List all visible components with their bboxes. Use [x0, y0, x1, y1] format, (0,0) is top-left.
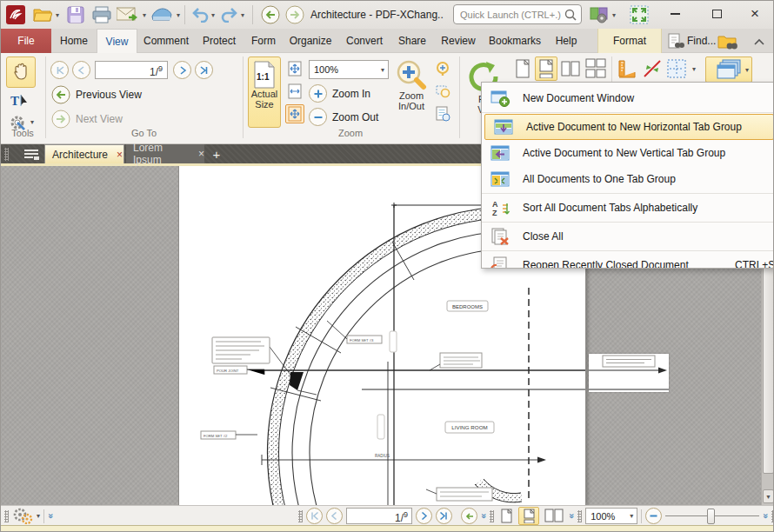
tab-help[interactable]: Help	[548, 29, 584, 53]
sb-zoom-out-button[interactable]	[645, 508, 662, 524]
close-tab-lorem-ipsum-icon[interactable]: ×	[198, 148, 204, 160]
sb-view-history-expand-icon[interactable]: »	[479, 513, 489, 518]
sb-single-page-button[interactable]	[497, 508, 515, 525]
save-button[interactable]	[65, 4, 86, 25]
history-forward-button[interactable]	[284, 4, 305, 25]
menu-item-vertical-tab-group[interactable]: Active Document to New Vertical Tab Grou…	[482, 140, 774, 166]
email-dropdown[interactable]: ▾	[140, 11, 149, 19]
find-folder-icon[interactable]	[717, 33, 738, 50]
tools-settings-dropdown[interactable]: ▾	[28, 118, 37, 126]
continuous-layout-button[interactable]	[535, 57, 557, 81]
doc-tab-lorem-ipsum[interactable]: Lorem Ipsum×	[126, 144, 204, 163]
maximize-button[interactable]	[704, 3, 730, 25]
tabbar-grip[interactable]	[4, 148, 9, 161]
tab-format[interactable]: Format	[597, 29, 662, 53]
undo-dropdown[interactable]: ▾	[209, 11, 217, 19]
tab-review[interactable]: Review	[435, 29, 482, 53]
ui-options-button[interactable]	[589, 4, 610, 25]
actual-size-button[interactable]: 1:1 ActualSize	[248, 57, 281, 128]
measure-tool-button[interactable]	[616, 57, 638, 81]
history-back-button[interactable]	[260, 4, 281, 25]
tab-form[interactable]: Form	[245, 29, 282, 53]
fullscreen-button[interactable]	[629, 4, 650, 25]
tab-file[interactable]: File	[1, 29, 51, 53]
sb-zoom-expand-icon[interactable]: »	[761, 513, 771, 518]
single-page-layout-button[interactable]	[512, 57, 533, 81]
status-options-dropdown[interactable]: ▾	[37, 512, 40, 520]
menu-item-new-document-window[interactable]: New Document Window	[482, 85, 774, 111]
first-page-button[interactable]	[50, 61, 69, 79]
tab-protect[interactable]: Protect	[195, 29, 244, 53]
previous-view-button[interactable]: Previous View	[51, 85, 142, 104]
close-button[interactable]: ×	[742, 3, 768, 25]
snap-toggle-button[interactable]	[641, 57, 664, 81]
close-tab-architecture-icon[interactable]: ×	[117, 149, 123, 161]
menu-item-sort-tabs[interactable]: AZ Sort All Document Tabs Alphabetically	[482, 195, 774, 221]
last-page-button[interactable]	[195, 61, 213, 79]
tab-organize[interactable]: Organize	[284, 29, 337, 53]
measurement-note[interactable]	[589, 354, 669, 392]
fit-page-button[interactable]	[285, 59, 304, 78]
new-tab-button[interactable]: +	[208, 144, 225, 163]
tab-list-icon[interactable]	[23, 149, 39, 161]
collapse-ribbon-icon[interactable]	[754, 38, 764, 45]
fit-visible-button[interactable]	[285, 104, 304, 123]
open-file-dropdown[interactable]: ▾	[53, 11, 62, 19]
quick-launch-box[interactable]	[453, 4, 582, 24]
scrollbar-down-icon[interactable]: ▼	[763, 489, 774, 503]
grid-guides-dropdown[interactable]: ▾	[690, 65, 698, 73]
statusbar-grip-2[interactable]	[298, 510, 303, 522]
undo-button[interactable]	[190, 4, 210, 25]
zoom-in-button[interactable]: Zoom In	[309, 84, 370, 103]
scanner-dropdown[interactable]: ▾	[174, 11, 183, 19]
statusbar-grip-4[interactable]	[577, 510, 582, 522]
window-tab-groups-dropdown[interactable]: ▾	[743, 66, 751, 74]
tab-home[interactable]: Home	[53, 29, 95, 53]
page-preview-button[interactable]	[433, 104, 452, 123]
fit-width-button[interactable]	[285, 82, 304, 101]
print-button[interactable]	[91, 4, 112, 25]
redo-button[interactable]	[219, 4, 240, 25]
sb-next-page-button[interactable]	[416, 508, 432, 524]
loupe-tool-button[interactable]	[433, 59, 452, 78]
redo-dropdown[interactable]: ▾	[238, 11, 247, 19]
two-page-layout-button[interactable]	[559, 57, 582, 81]
sb-last-page-button[interactable]	[436, 508, 452, 524]
sb-page-number-field[interactable]: 1/9	[346, 508, 412, 524]
statusbar-grip-3[interactable]	[490, 510, 494, 522]
sb-previous-view-button[interactable]	[461, 508, 477, 524]
minimize-button[interactable]	[662, 3, 688, 25]
doc-tab-architecture[interactable]: Architecture×	[44, 144, 124, 163]
sb-first-page-button[interactable]	[306, 508, 323, 524]
email-button[interactable]	[116, 4, 140, 25]
zoom-in-out-tool-button[interactable]: ZoomIn/Out	[392, 57, 430, 128]
menu-item-one-tab-group[interactable]: All Documents to One Tab Group	[482, 166, 774, 192]
previous-page-button[interactable]	[72, 61, 90, 79]
menu-item-reopen-closed[interactable]: Reopen Recently Closed Document CTRL+SHI…	[482, 252, 774, 269]
tab-share[interactable]: Share	[391, 29, 433, 53]
zoom-out-button[interactable]: Zoom Out	[309, 108, 378, 126]
page-number-field[interactable]: 1/9	[95, 61, 168, 79]
tab-comment[interactable]: Comment	[139, 29, 193, 53]
window-tab-groups-button[interactable]: ▾	[705, 57, 752, 83]
next-view-button[interactable]: Next View	[51, 110, 123, 129]
open-file-button[interactable]	[32, 4, 53, 25]
ui-options-dropdown[interactable]: ▾	[610, 11, 618, 19]
quick-launch-input[interactable]	[460, 8, 563, 22]
sb-previous-page-button[interactable]	[326, 508, 343, 524]
tab-convert[interactable]: Convert	[339, 29, 390, 53]
zoom-slider[interactable]	[665, 508, 759, 525]
marquee-zoom-button[interactable]	[433, 82, 452, 101]
menu-item-close-all[interactable]: Close All	[482, 223, 774, 249]
hand-tool-button[interactable]	[6, 57, 36, 88]
sb-layout-expand-icon[interactable]: »	[567, 513, 577, 518]
sb-continuous-button[interactable]	[518, 507, 539, 525]
find-label[interactable]: Find...	[687, 35, 716, 47]
status-options-gears-icon[interactable]	[12, 508, 33, 524]
sb-two-page-button[interactable]	[543, 508, 565, 525]
scanner-button[interactable]	[150, 4, 173, 25]
tab-bookmarks[interactable]: Bookmarks	[484, 29, 546, 53]
tab-view[interactable]: View	[97, 29, 137, 53]
find-document-icon[interactable]	[667, 33, 684, 50]
sb-zoom-combo[interactable]: 100%▾	[585, 508, 637, 524]
